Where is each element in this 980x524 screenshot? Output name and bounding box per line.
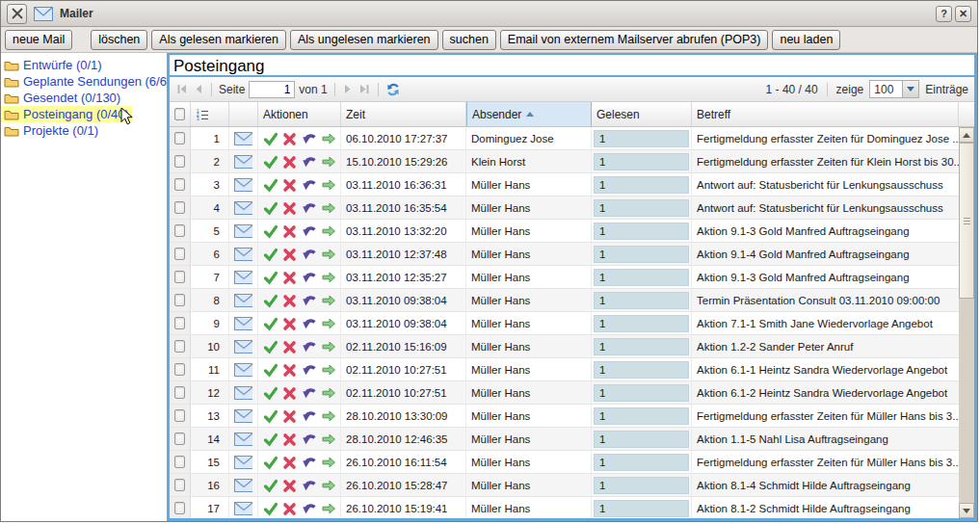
header-betreff[interactable]: Betreff [692,102,959,126]
delete-icon[interactable] [282,131,296,146]
header-absender[interactable]: Absender [466,102,592,126]
reply-icon[interactable] [302,200,316,216]
row-checkbox[interactable] [174,271,185,283]
delete-icon[interactable] [282,362,296,378]
delete-icon[interactable] [282,385,296,401]
delete-icon[interactable] [282,177,296,193]
row-checkbox[interactable] [174,456,185,468]
sidebar-folder-2[interactable]: Gesendet (0/130) [1,90,123,106]
mark-read-icon[interactable] [263,408,278,424]
forward-icon[interactable] [321,339,335,354]
mark-read-button[interactable]: Als gelesen markieren [151,30,286,50]
reply-icon[interactable] [302,223,316,239]
reply-icon[interactable] [302,501,316,516]
reply-icon[interactable] [302,131,316,146]
envelope-icon[interactable] [234,456,252,469]
delete-icon[interactable] [282,432,296,447]
reply-icon[interactable] [302,408,316,424]
next-page-icon[interactable] [342,82,354,96]
sidebar-folder-4[interactable]: Projekte (0/1) [1,122,101,139]
table-row[interactable]: 8 03.11.2010 09:38:04 Müller H [170,289,959,312]
page-size-select[interactable]: 100 [869,80,919,98]
envelope-icon[interactable] [234,155,252,169]
mark-read-icon[interactable] [263,432,278,447]
header-row-numberer[interactable]: 1 2 3 [191,102,229,126]
forward-icon[interactable] [321,154,335,170]
reply-icon[interactable] [302,339,316,354]
delete-icon[interactable] [282,501,296,516]
mark-read-icon[interactable] [263,200,278,216]
delete-icon[interactable] [282,316,296,331]
envelope-icon[interactable] [234,201,252,215]
row-checkbox[interactable] [174,132,185,144]
mark-read-icon[interactable] [263,177,278,193]
mark-read-icon[interactable] [263,293,278,308]
row-checkbox[interactable] [174,155,185,168]
reply-icon[interactable] [302,362,316,378]
refresh-icon[interactable] [385,82,401,97]
delete-icon[interactable] [282,247,296,262]
table-row[interactable]: 2 15.10.2010 15:29:26 Klein Ho [170,150,959,173]
forward-icon[interactable] [321,501,335,516]
row-checkbox[interactable] [174,317,185,329]
row-checkbox[interactable] [174,502,185,514]
help-button[interactable]: ? [936,6,952,22]
header-select-all[interactable] [170,102,191,126]
table-row[interactable]: 11 02.11.2010 10:27:51 Müller [170,358,959,381]
forward-icon[interactable] [321,362,335,378]
mark-read-icon[interactable] [263,339,278,354]
select-all-checkbox[interactable] [174,108,185,120]
forward-icon[interactable] [321,270,335,285]
table-row[interactable]: 7 03.11.2010 12:35:27 Müller H [170,266,959,289]
mark-read-icon[interactable] [263,501,278,516]
header-gelesen[interactable]: Gelesen [592,102,692,126]
reply-icon[interactable] [302,478,316,493]
window-menu-button[interactable] [7,4,27,24]
fetch-pop3-button[interactable]: Email von externem Mailserver abrufen (P… [500,30,769,50]
forward-icon[interactable] [321,455,335,470]
vertical-scrollbar[interactable] [959,127,974,518]
scroll-up-button[interactable] [959,127,974,143]
forward-icon[interactable] [321,177,335,193]
forward-icon[interactable] [321,293,335,308]
mark-read-icon[interactable] [263,223,278,239]
delete-icon[interactable] [282,293,296,308]
envelope-icon[interactable] [234,409,252,423]
delete-icon[interactable] [282,339,296,354]
delete-icon[interactable] [282,223,296,239]
first-page-icon[interactable] [175,82,189,96]
table-row[interactable]: 15 26.10.2010 16:11:54 Müller [170,451,959,474]
delete-icon[interactable] [282,200,296,216]
reply-icon[interactable] [302,177,316,193]
envelope-icon[interactable] [234,248,252,261]
row-checkbox[interactable] [174,386,185,399]
table-row[interactable]: 13 28.10.2010 13:30:09 Müller [170,405,959,428]
envelope-icon[interactable] [234,317,252,330]
delete-button[interactable]: löschen [91,30,147,50]
row-checkbox[interactable] [174,363,185,376]
row-checkbox[interactable] [174,224,185,237]
table-row[interactable]: 6 03.11.2010 12:37:48 Müller H [170,243,959,266]
mark-read-icon[interactable] [263,385,278,401]
envelope-icon[interactable] [234,502,252,515]
close-button[interactable]: ✕ [955,6,971,22]
row-checkbox[interactable] [174,178,185,191]
row-checkbox[interactable] [174,248,185,260]
header-mail-column[interactable] [229,102,258,126]
last-page-icon[interactable] [358,82,371,96]
row-checkbox[interactable] [174,432,185,445]
search-button[interactable]: suchen [442,30,496,50]
envelope-icon[interactable] [234,386,252,400]
reply-icon[interactable] [302,154,316,170]
forward-icon[interactable] [321,200,335,216]
mark-read-icon[interactable] [263,455,278,470]
envelope-icon[interactable] [234,224,252,238]
delete-icon[interactable] [282,408,296,424]
reply-icon[interactable] [302,293,316,308]
row-checkbox[interactable] [174,294,185,306]
table-row[interactable]: 4 03.11.2010 16:35:54 Müller H [170,196,959,220]
reload-button[interactable]: neu laden [772,30,840,50]
sidebar-folder-1[interactable]: Geplante Sendungen (6/6) [1,73,173,90]
table-row[interactable]: 17 26.10.2010 15:19:41 Müller [170,497,959,518]
sidebar-folder-0[interactable]: Entwürfe (0/1) [1,57,105,73]
